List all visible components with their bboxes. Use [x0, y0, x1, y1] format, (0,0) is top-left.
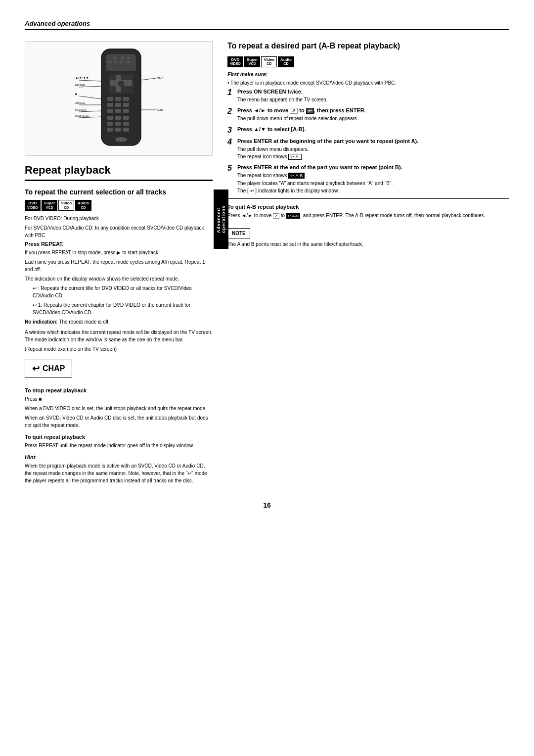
- quit-repeat-body: Press REPEAT until the repeat mode indic…: [25, 442, 213, 449]
- stop-repeat-body-2: When an SVCD, Video CD or Audio CD disc …: [25, 414, 213, 429]
- quit-repeat-title: To quit repeat playback: [25, 434, 213, 440]
- svg-rect-13: [107, 97, 113, 101]
- chap-label: CHAP: [43, 364, 65, 373]
- note-body: The A and B points must be set in the sa…: [227, 240, 509, 248]
- right-column: Advancedoperations To repeat a desired p…: [227, 41, 509, 486]
- disc-badges-right: DVD VIDEO Super VCD Video CD Audio CD: [227, 56, 509, 67]
- step-num-3: 3: [227, 126, 234, 134]
- step-3-content: Press ▲/▼ to select [A-B].: [237, 126, 509, 134]
- svg-rect-26: [115, 122, 121, 126]
- step-3: 3 Press ▲/▼ to select [A-B].: [227, 126, 509, 134]
- note-section: NOTE The A and B points must be set in t…: [227, 224, 509, 248]
- step-3-main: Press ▲/▼ to select [A-B].: [237, 126, 509, 132]
- step-5-main: Press ENTER at the end of the part you w…: [237, 164, 509, 170]
- svg-rect-16: [107, 103, 113, 107]
- step-4-detail: The pull down menu disappears. The repea…: [237, 145, 509, 161]
- step-num-5: 5: [227, 164, 234, 172]
- svg-rect-15: [123, 97, 129, 101]
- step-num-4: 4: [227, 138, 234, 146]
- svg-rect-14: [115, 97, 121, 101]
- hint-title: Hint: [25, 454, 213, 460]
- repeat-example: (Repeat mode example on the TV screen): [25, 345, 213, 353]
- svg-rect-18: [123, 103, 129, 107]
- disc-badges-left: DVD VIDEO Super VCD Video CD Audio CD: [25, 200, 213, 211]
- step-4: 4 Press ENTER at the beginning of the pa…: [227, 138, 509, 161]
- badge-audio-cd-r: Audio CD: [278, 56, 294, 67]
- hint-body: When the program playback mode is active…: [25, 462, 213, 484]
- svg-rect-24: [123, 116, 129, 120]
- sidebar-tab: Advancedoperations: [214, 189, 228, 249]
- step-5-detail: The repeat icon shows ↩ A-B . The player…: [237, 172, 509, 194]
- no-indication: No indication: The repeat mode is off.: [25, 318, 213, 326]
- section-header-text: Advanced operations: [25, 20, 90, 27]
- remote-diagram: ▲/▼/◄/► ENTER ■ ANGLE REPEAT SUBTITLE ON…: [25, 41, 213, 156]
- badge-super-vcd-r: Super VCD: [244, 56, 261, 67]
- repeat-body-2: Each time you press REPEAT, the repeat m…: [25, 258, 213, 273]
- svg-rect-29: [115, 128, 121, 132]
- step-5: 5 Press ENTER at the end of the part you…: [227, 164, 509, 194]
- svg-rect-20: [115, 109, 121, 113]
- svg-point-12: [118, 81, 124, 87]
- step-2: 2 Press ◄/► to move ↗ to ↩, then press E…: [227, 107, 509, 122]
- svg-rect-8: [126, 61, 130, 63]
- badge-video-cd: Video CD: [58, 200, 74, 211]
- svg-rect-23: [115, 116, 121, 120]
- step-num-1: 1: [227, 89, 234, 96]
- svg-line-44: [141, 78, 156, 80]
- for-dvd-text: For DVD VIDEO: During playback: [25, 215, 213, 222]
- quit-ab-body: Press ◄/► to move ↗ to ↩ A-B, and press …: [227, 212, 509, 219]
- repeat-body-3: The indication on the display window sho…: [25, 275, 213, 283]
- svg-rect-5: [108, 61, 112, 63]
- svg-point-3: [121, 56, 124, 59]
- step-5-content: Press ENTER at the end of the part you w…: [237, 164, 509, 194]
- repeat-body-5: ↩ 1: Repeats the current chapter for DVD…: [33, 301, 213, 316]
- step-1-main: Press ON SCREEN twice.: [237, 89, 509, 94]
- step-4-main: Press ENTER at the beginning of the part…: [237, 138, 509, 144]
- section-header: Advanced operations: [25, 20, 509, 30]
- svg-text:▲/▼/◄/►: ▲/▼/◄/►: [75, 76, 89, 79]
- page-title: Repeat playback: [25, 164, 213, 181]
- first-make-sure-body: • The player is in playback mode except …: [227, 79, 509, 87]
- svg-rect-30: [123, 128, 129, 132]
- svg-text:ANGLE: ANGLE: [75, 101, 85, 104]
- svg-rect-17: [115, 103, 121, 107]
- step-4-content: Press ENTER at the beginning of the part…: [237, 138, 509, 161]
- right-title: To repeat a desired part (A-B repeat pla…: [227, 41, 509, 51]
- chap-display-box: ↩ CHAP: [25, 360, 72, 378]
- svg-rect-28: [107, 128, 113, 132]
- step-2-main: Press ◄/► to move ↗ to ↩, then press ENT…: [237, 107, 509, 113]
- svg-line-32: [79, 80, 101, 81]
- badge-video-cd-r: Video CD: [261, 56, 277, 67]
- step-2-detail: The pull-down menu of repeat mode select…: [237, 115, 509, 122]
- svg-text:■: ■: [75, 93, 77, 95]
- sidebar-label: Advancedoperations: [216, 205, 226, 233]
- badge-dvd-r: DVD VIDEO: [227, 56, 243, 67]
- step-2-content: Press ◄/► to move ↗ to ↩, then press ENT…: [237, 107, 509, 122]
- divider: [227, 198, 509, 199]
- stop-repeat-body-1: When a DVD VIDEO disc is set, the unit s…: [25, 405, 213, 412]
- svg-point-31: [115, 137, 127, 142]
- svg-rect-27: [123, 122, 129, 126]
- repeat-body-4: ↩ : Repeats the current title for DVD VI…: [33, 284, 213, 299]
- remote-svg: ▲/▼/◄/► ENTER ■ ANGLE REPEAT SUBTITLE ON…: [74, 47, 163, 150]
- svg-point-2: [113, 56, 116, 59]
- chap-arrow-icon: ↩: [32, 363, 40, 374]
- step-1-detail: The menu bar appears on the TV screen.: [237, 96, 509, 103]
- svg-rect-6: [114, 61, 118, 63]
- first-make-sure-label: First make sure:: [227, 71, 509, 77]
- svg-line-36: [79, 96, 101, 99]
- window-note: A window which indicates the current rep…: [25, 329, 213, 343]
- left-column: ▲/▼/◄/► ENTER ■ ANGLE REPEAT SUBTITLE ON…: [25, 41, 213, 486]
- svg-rect-22: [107, 116, 113, 120]
- svg-text:AUDIO: AUDIO: [157, 108, 163, 111]
- svg-text:ENTER: ENTER: [75, 84, 86, 87]
- left-subtitle: To repeat the current selection or all t…: [25, 188, 213, 196]
- svg-text:SUBTITLE: SUBTITLE: [75, 114, 89, 117]
- svg-point-4: [127, 56, 130, 59]
- svg-rect-19: [107, 109, 113, 113]
- step-num-2: 2: [227, 107, 234, 115]
- badge-dvd: DVD VIDEO: [25, 200, 41, 211]
- svg-rect-21: [123, 109, 129, 113]
- quit-ab-title: To quit A-B repeat playback: [227, 204, 509, 210]
- note-label: NOTE: [227, 228, 250, 238]
